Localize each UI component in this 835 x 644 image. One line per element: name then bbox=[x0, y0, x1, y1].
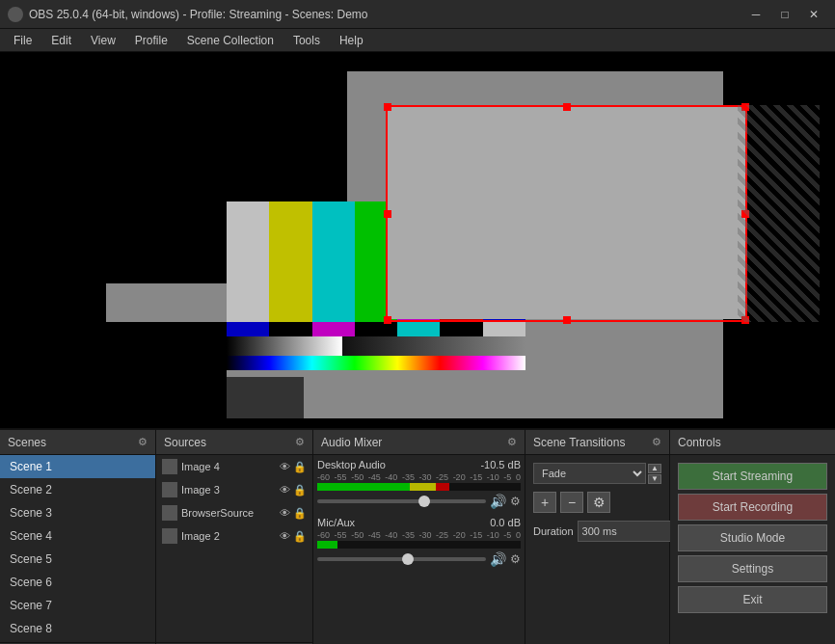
source-type-icon bbox=[162, 528, 177, 544]
source-lock-button[interactable]: 🔒 bbox=[293, 484, 307, 496]
preview-canvas[interactable] bbox=[0, 52, 835, 428]
black-bottom-left bbox=[106, 322, 227, 418]
audio-header: Audio Mixer ⚙ bbox=[313, 430, 525, 455]
source-lock-button[interactable]: 🔒 bbox=[293, 507, 307, 520]
transition-type-up[interactable]: ▲ bbox=[648, 464, 661, 473]
desktop-volume-slider[interactable] bbox=[317, 499, 486, 503]
desktop-audio-settings-button[interactable]: ⚙ bbox=[510, 495, 521, 508]
transition-select-row: Fade Cut Swipe Slide ▲ ▼ bbox=[533, 463, 661, 484]
mic-audio-level bbox=[317, 541, 337, 549]
menu-file[interactable]: File bbox=[4, 29, 41, 51]
transition-type-down[interactable]: ▼ bbox=[648, 474, 661, 484]
source-type-icon bbox=[162, 505, 177, 521]
sources-panel: Sources ⚙ Image 4 👁 🔒 Image 3 👁 🔒 bbox=[156, 430, 313, 644]
audio-meter-labels: -60-55-50-45-40-35-30-25-20-15-10-50 bbox=[317, 472, 521, 482]
controls-panel: Controls Start Streaming Start Recording… bbox=[670, 430, 835, 644]
mic-audio-controls: 🔊 ⚙ bbox=[317, 551, 521, 567]
desktop-mute-button[interactable]: 🔊 bbox=[490, 494, 506, 509]
desktop-volume-thumb[interactable] bbox=[418, 496, 430, 507]
window-title: OBS 25.0.4 (64-bit, windows) - Profile: … bbox=[29, 8, 742, 21]
transition-add-remove-buttons: + − ⚙ bbox=[533, 492, 661, 513]
source-visibility-button[interactable]: 👁 bbox=[278, 507, 291, 520]
menubar: File Edit View Profile Scene Collection … bbox=[0, 29, 835, 52]
source-visibility-button[interactable]: 👁 bbox=[278, 484, 291, 496]
studio-mode-button[interactable]: Studio Mode bbox=[678, 524, 827, 551]
minimize-button[interactable]: ─ bbox=[742, 5, 769, 24]
close-button[interactable]: ✕ bbox=[800, 5, 827, 24]
duration-row: Duration ▲ ▼ bbox=[533, 521, 661, 542]
menu-help[interactable]: Help bbox=[330, 29, 373, 51]
audio-track-mic: Mic/Aux 0.0 dB -60-55-50-45-40-35-30-25-… bbox=[317, 517, 521, 567]
menu-scene-collection[interactable]: Scene Collection bbox=[177, 29, 283, 51]
mic-audio-name: Mic/Aux bbox=[317, 517, 355, 528]
mic-mute-button[interactable]: 🔊 bbox=[490, 551, 506, 567]
settings-button[interactable]: Settings bbox=[678, 555, 827, 582]
mic-volume-slider[interactable] bbox=[317, 557, 486, 561]
scene-item[interactable]: Scene 7 bbox=[0, 594, 155, 617]
source-item[interactable]: BrowserSource 👁 🔒 bbox=[156, 501, 312, 524]
scene-item[interactable]: Scene 8 bbox=[0, 617, 155, 640]
start-recording-button[interactable]: Start Recording bbox=[678, 494, 827, 521]
mic-audio-meter bbox=[317, 541, 521, 549]
transition-type-select[interactable]: Fade Cut Swipe Slide bbox=[533, 463, 646, 484]
scene-item[interactable]: Scene 6 bbox=[0, 571, 155, 594]
scene-item[interactable]: Scene 4 bbox=[0, 524, 155, 548]
transition-settings-button[interactable]: ⚙ bbox=[587, 492, 610, 513]
scenes-panel: Scenes ⚙ Scene 1 Scene 2 Scene 3 Scene 4… bbox=[0, 430, 156, 644]
source-item[interactable]: Image 4 👁 🔒 bbox=[156, 455, 312, 478]
selected-image bbox=[388, 107, 747, 319]
mic-volume-thumb[interactable] bbox=[402, 553, 414, 565]
scene-item[interactable]: Scene 5 bbox=[0, 548, 155, 571]
menu-view[interactable]: View bbox=[81, 29, 125, 51]
menu-profile[interactable]: Profile bbox=[125, 29, 177, 51]
scene-item[interactable]: Scene 3 bbox=[0, 501, 155, 524]
scenes-list: Scene 1 Scene 2 Scene 3 Scene 4 Scene 5 … bbox=[0, 455, 155, 642]
source-lock-button[interactable]: 🔒 bbox=[293, 530, 307, 543]
source-actions: 👁 🔒 bbox=[278, 461, 307, 473]
source-visibility-button[interactable]: 👁 bbox=[278, 461, 291, 473]
remove-transition-button[interactable]: − bbox=[560, 492, 583, 513]
menu-edit[interactable]: Edit bbox=[41, 29, 81, 51]
scene-item[interactable]: Scene 1 bbox=[0, 455, 155, 478]
add-transition-button[interactable]: + bbox=[533, 492, 556, 513]
scenes-label: Scenes bbox=[8, 436, 46, 449]
source-item[interactable]: Image 2 👁 🔒 bbox=[156, 524, 312, 548]
source-actions: 👁 🔒 bbox=[278, 507, 307, 520]
transitions-menu-icon[interactable]: ⚙ bbox=[652, 436, 661, 448]
sources-header: Sources ⚙ bbox=[156, 430, 312, 455]
audio-track-header-mic: Mic/Aux 0.0 dB bbox=[317, 517, 521, 528]
audio-track-desktop: Desktop Audio -10.5 dB -60-55-50-45-40-3… bbox=[317, 459, 521, 509]
scene-item[interactable]: Scene 2 bbox=[0, 478, 155, 501]
mic-audio-settings-button[interactable]: ⚙ bbox=[510, 552, 521, 566]
scenes-menu-icon[interactable]: ⚙ bbox=[138, 436, 148, 448]
audio-mixer-panel: Audio Mixer ⚙ Desktop Audio -10.5 dB -60… bbox=[313, 430, 525, 644]
hatch-area bbox=[738, 105, 820, 322]
titlebar: OBS 25.0.4 (64-bit, windows) - Profile: … bbox=[0, 0, 835, 29]
controls-label: Controls bbox=[678, 436, 721, 449]
desktop-audio-controls: 🔊 ⚙ bbox=[317, 494, 521, 509]
maximize-button[interactable]: □ bbox=[771, 5, 798, 24]
mic-audio-db: 0.0 dB bbox=[490, 517, 521, 528]
audio-track-header: Desktop Audio -10.5 dB bbox=[317, 459, 521, 470]
desktop-audio-level bbox=[317, 483, 449, 491]
audio-menu-icon[interactable]: ⚙ bbox=[507, 436, 517, 448]
dark-bottom-mid bbox=[227, 377, 304, 418]
source-name: Image 3 bbox=[181, 484, 274, 496]
desktop-audio-name: Desktop Audio bbox=[317, 459, 386, 470]
sources-menu-icon[interactable]: ⚙ bbox=[295, 436, 305, 448]
grayscale-bar-2 bbox=[342, 336, 525, 356]
source-actions: 👁 🔒 bbox=[278, 484, 307, 496]
source-name: BrowserSource bbox=[181, 507, 274, 519]
exit-button[interactable]: Exit bbox=[678, 586, 827, 613]
preview-area bbox=[0, 52, 835, 428]
grayscale-bar bbox=[227, 336, 342, 356]
menu-tools[interactable]: Tools bbox=[283, 29, 330, 51]
bottom-panels: Scenes ⚙ Scene 1 Scene 2 Scene 3 Scene 4… bbox=[0, 428, 835, 644]
scene-transitions-panel: Scene Transitions ⚙ Fade Cut Swipe Slide… bbox=[525, 430, 670, 644]
source-item[interactable]: Image 3 👁 🔒 bbox=[156, 478, 312, 501]
start-streaming-button[interactable]: Start Streaming bbox=[678, 463, 827, 490]
source-lock-button[interactable]: 🔒 bbox=[293, 461, 307, 473]
titlebar-controls: ─ □ ✕ bbox=[742, 5, 827, 24]
source-visibility-button[interactable]: 👁 bbox=[278, 530, 291, 543]
transitions-content: Fade Cut Swipe Slide ▲ ▼ + − ⚙ Duration bbox=[525, 455, 669, 644]
